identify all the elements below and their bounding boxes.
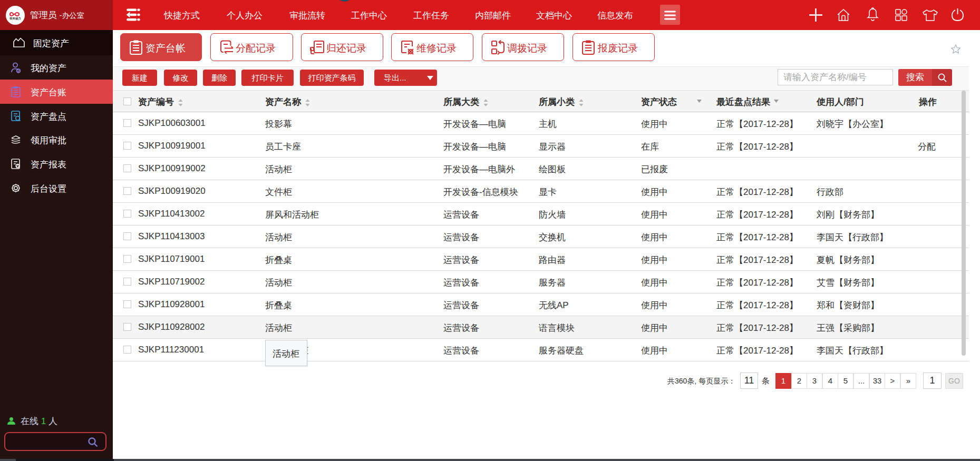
svg-text:华天动力: 华天动力 [9, 17, 21, 20]
